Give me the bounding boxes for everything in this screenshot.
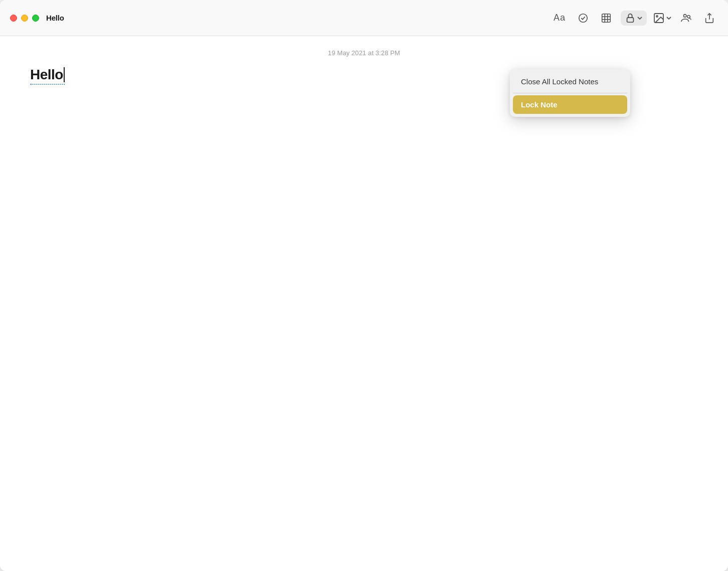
lock-note-item[interactable]: Lock Note — [513, 95, 627, 114]
maximize-button[interactable] — [32, 15, 39, 22]
lock-chevron-icon — [637, 15, 643, 21]
note-title-text: Hello — [30, 67, 65, 85]
svg-point-10 — [687, 15, 690, 18]
svg-point-0 — [579, 14, 588, 22]
note-content: 19 May 2021 at 3:28 PM Hello Close All L… — [0, 36, 728, 571]
lock-dropdown-menu: Close All Locked Notes Lock Note — [510, 69, 630, 117]
svg-point-9 — [684, 14, 687, 17]
dropdown-divider — [513, 93, 627, 93]
titlebar: Hello Aa — [0, 0, 728, 36]
close-all-locked-item[interactable]: Close All Locked Notes — [513, 72, 627, 91]
titlebar-right: Aa — [551, 10, 718, 27]
titlebar-left: Hello — [10, 14, 64, 22]
share-button[interactable] — [701, 10, 718, 27]
note-body[interactable]: Hello — [0, 57, 728, 571]
minimize-button[interactable] — [21, 15, 28, 22]
checklist-button[interactable] — [575, 10, 592, 27]
media-button-group[interactable] — [653, 12, 672, 24]
collaboration-button[interactable] — [678, 10, 695, 27]
image-icon — [653, 12, 665, 24]
app-window: Hello Aa — [0, 0, 728, 571]
lock-icon — [625, 13, 636, 24]
svg-point-8 — [656, 16, 658, 17]
font-button[interactable]: Aa — [551, 11, 569, 25]
close-button[interactable] — [10, 15, 17, 22]
traffic-lights — [10, 15, 39, 22]
media-chevron-icon — [666, 15, 672, 21]
table-button[interactable] — [598, 10, 615, 27]
window-title: Hello — [46, 14, 64, 22]
svg-rect-6 — [627, 18, 634, 22]
lock-button-group[interactable] — [621, 11, 647, 26]
svg-rect-1 — [602, 14, 611, 22]
note-date: 19 May 2021 at 3:28 PM — [328, 49, 400, 57]
